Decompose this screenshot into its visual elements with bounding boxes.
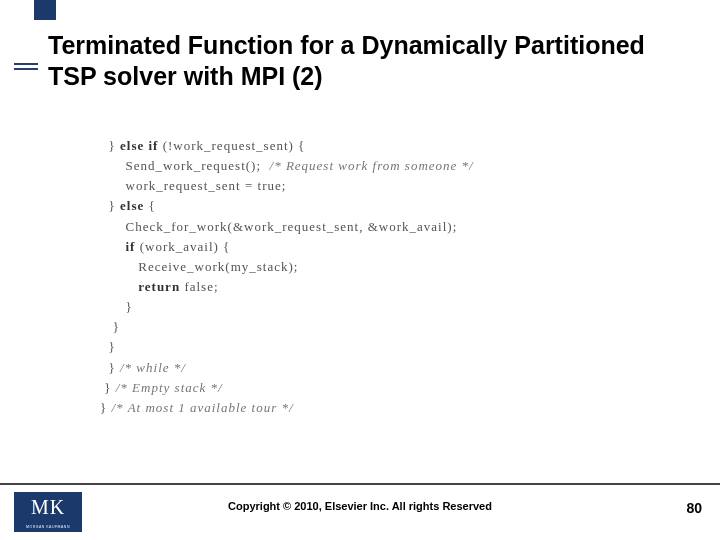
code-line: } /* while */ bbox=[100, 360, 186, 375]
code-line: } bbox=[100, 299, 133, 314]
code-line: } else { bbox=[100, 198, 156, 213]
code-line: } else if (!work_request_sent) { bbox=[100, 138, 305, 153]
header-tab bbox=[34, 0, 56, 20]
slide-title: Terminated Function for a Dynamically Pa… bbox=[48, 30, 680, 93]
logo-subtext: MORGAN KAUFMANN bbox=[14, 525, 82, 529]
code-line: work_request_sent = true; bbox=[100, 178, 286, 193]
code-line: Check_for_work(&work_request_sent, &work… bbox=[100, 219, 457, 234]
code-line: Receive_work(my_stack); bbox=[100, 259, 298, 274]
code-line: } bbox=[100, 319, 120, 334]
code-line: return false; bbox=[100, 279, 219, 294]
header-rule-2 bbox=[14, 68, 38, 70]
header-rule-1 bbox=[14, 63, 38, 65]
code-block: } else if (!work_request_sent) { Send_wo… bbox=[100, 136, 660, 418]
slide: Terminated Function for a Dynamically Pa… bbox=[0, 0, 720, 540]
page-number: 80 bbox=[686, 500, 702, 516]
code-line: } bbox=[100, 339, 116, 354]
footer-rule bbox=[0, 483, 720, 485]
code-line: } /* Empty stack */ bbox=[100, 380, 223, 395]
code-line: } /* At most 1 available tour */ bbox=[100, 400, 294, 415]
code-line: if (work_avail) { bbox=[100, 239, 230, 254]
copyright-text: Copyright © 2010, Elsevier Inc. All righ… bbox=[0, 500, 720, 512]
code-line: Send_work_request(); /* Request work fro… bbox=[100, 158, 474, 173]
publisher-logo: MK MORGAN KAUFMANN bbox=[14, 492, 82, 532]
